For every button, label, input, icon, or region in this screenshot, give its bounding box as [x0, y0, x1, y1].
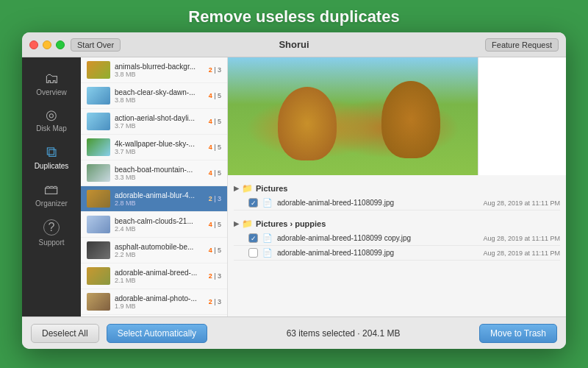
collapse-triangle-icon: ▶	[234, 185, 239, 192]
file-size: 2.2 MB	[115, 251, 204, 258]
sidebar-label-overview: Overview	[36, 88, 67, 96]
sidebar-item-overview[interactable]: 🗂 Overview	[22, 65, 81, 102]
group-list: ▶ 📁 Pictures 📄 adorable-animal-breed-110…	[228, 175, 566, 316]
sidebar-label-diskmap: Disk Map	[36, 124, 67, 132]
group-item[interactable]: 📄 adorable-animal-breed-1108099 copy.jpg…	[234, 231, 560, 246]
group-title: Pictures › puppies	[256, 219, 326, 228]
file-list: animals-blurred-backgr... 3.8 MB 2 | 3 b…	[81, 57, 228, 316]
group-title: Pictures	[256, 184, 287, 193]
detail-area: ▶ 📁 Pictures 📄 adorable-animal-breed-110…	[228, 57, 566, 316]
file-info: adorable-animal-photo-... 1.9 MB	[115, 294, 204, 310]
close-button[interactable]	[29, 40, 38, 49]
file-info: adorable-animal-blur-4... 2.8 MB	[115, 191, 204, 207]
app-window: Start Over Shorui Feature Request 🗂 Over…	[22, 32, 566, 349]
sidebar-item-organizer[interactable]: 🗃 Organizer	[22, 176, 81, 213]
file-badge: 4 | 5	[209, 118, 221, 125]
file-name: animals-blurred-backgr...	[115, 63, 204, 71]
select-automatically-button[interactable]: Select Automatically	[107, 324, 207, 343]
sidebar-label-organizer: Organizer	[35, 199, 68, 208]
file-name: asphalt-automobile-be...	[115, 243, 204, 251]
overview-icon: 🗂	[44, 71, 59, 85]
file-name: beach-clear-sky-dawn-...	[115, 88, 204, 96]
sidebar-item-duplicates[interactable]: ⧉ Duplicates	[22, 138, 81, 176]
file-thumbnail	[87, 61, 110, 79]
file-thumbnail	[87, 138, 110, 156]
preview-blank-image	[478, 57, 566, 175]
group-date: Aug 28, 2019 at 11:11 PM	[483, 235, 560, 242]
file-name: adorable-animal-breed-...	[115, 269, 204, 277]
file-list-item[interactable]: beach-calm-clouds-21... 2.4 MB 4 | 5	[81, 212, 227, 238]
deselect-all-button[interactable]: Deselect All	[31, 324, 99, 343]
sidebar: 🗂 Overview ◎ Disk Map ⧉ Duplicates 🗃 Org…	[22, 57, 81, 316]
file-list-item[interactable]: adorable-animal-photo-... 1.9 MB 2 | 3	[81, 289, 227, 315]
file-info: asphalt-automobile-be... 2.2 MB	[115, 243, 204, 258]
group-filename: adorable-animal-breed-1108099 copy.jpg	[277, 234, 478, 242]
minimize-button[interactable]	[43, 40, 51, 49]
file-badge: 4 | 5	[209, 144, 221, 151]
organizer-icon: 🗃	[44, 182, 59, 197]
file-badge: 4 | 5	[209, 169, 221, 177]
group-section: ▶ 📁 Pictures 📄 adorable-animal-breed-110…	[234, 181, 560, 210]
file-list-item[interactable]: beach-clear-sky-dawn-... 3.8 MB 4 | 5	[81, 83, 227, 109]
group-header[interactable]: ▶ 📁 Pictures	[234, 181, 560, 196]
file-list-item[interactable]: beach-boat-mountain-... 3.3 MB 4 | 5	[81, 160, 227, 186]
file-size: 2.4 MB	[115, 225, 204, 233]
file-name: adorable-animal-photo-...	[115, 294, 204, 302]
file-info: beach-clear-sky-dawn-... 3.8 MB	[115, 88, 204, 104]
file-thumbnail	[87, 293, 110, 311]
group-checkbox[interactable]	[248, 198, 258, 208]
file-thumbnail	[87, 190, 110, 208]
folder-icon: 📁	[242, 219, 253, 229]
start-over-button[interactable]: Start Over	[71, 38, 121, 52]
file-list-item[interactable]: adorable-animal-breed-... 2.1 MB 2 | 3	[81, 263, 227, 289]
file-size: 3.7 MB	[115, 148, 204, 155]
file-size: 3.3 MB	[115, 174, 204, 181]
group-header[interactable]: ▶ 📁 Pictures › puppies	[234, 216, 560, 231]
file-name: adorable-animal-blur-4...	[115, 191, 204, 199]
file-size: 3.7 MB	[115, 122, 204, 130]
sidebar-item-diskmap[interactable]: ◎ Disk Map	[22, 102, 81, 138]
group-date: Aug 28, 2019 at 11:11 PM	[483, 199, 560, 207]
file-thumbnail	[87, 241, 110, 259]
feature-request-button[interactable]: Feature Request	[485, 38, 559, 52]
bottom-bar: Deselect All Select Automatically 63 ite…	[22, 316, 566, 349]
folder-icon: 📁	[242, 183, 253, 194]
file-size: 3.8 MB	[115, 96, 204, 104]
window-title: Shorui	[279, 39, 309, 50]
title-bar: Start Over Shorui Feature Request	[22, 32, 566, 57]
file-name: beach-boat-mountain-...	[115, 166, 204, 174]
group-section: ▶ 📁 Pictures › puppies 📄 adorable-animal…	[234, 216, 560, 261]
duplicates-icon: ⧉	[46, 144, 57, 159]
file-list-item[interactable]: animals-blurred-backgr... 3.8 MB 2 | 3	[81, 57, 227, 83]
page-title: Remove useless duplicates	[188, 0, 399, 32]
maximize-button[interactable]	[56, 40, 65, 49]
file-badge: 4 | 5	[209, 92, 221, 99]
file-size: 3.8 MB	[115, 71, 204, 78]
document-icon: 📄	[262, 248, 273, 258]
file-info: 4k-wallpaper-blue-sky-... 3.7 MB	[115, 140, 204, 155]
group-item[interactable]: 📄 adorable-animal-breed-1108099.jpg Aug …	[234, 246, 560, 261]
file-thumbnail	[87, 216, 110, 233]
file-badge: 4 | 5	[209, 247, 221, 254]
group-checkbox[interactable]	[248, 233, 258, 243]
diskmap-icon: ◎	[46, 108, 57, 121]
file-thumbnail	[87, 113, 110, 130]
group-item[interactable]: 📄 adorable-animal-breed-1108099.jpg Aug …	[234, 196, 560, 210]
file-list-item[interactable]: 4k-wallpaper-blue-sky-... 3.7 MB 4 | 5	[81, 135, 227, 160]
file-name: 4k-wallpaper-blue-sky-...	[115, 140, 204, 148]
move-to-trash-button[interactable]: Move to Trash	[479, 324, 557, 343]
file-info: adorable-animal-breed-... 2.1 MB	[115, 269, 204, 284]
file-thumbnail	[87, 164, 110, 182]
file-list-item[interactable]: action-aerial-shot-dayli... 3.7 MB 4 | 5	[81, 109, 227, 135]
file-list-item[interactable]: asphalt-automobile-be... 2.2 MB 4 | 5	[81, 238, 227, 263]
group-checkbox[interactable]	[248, 248, 258, 258]
file-list-item[interactable]: adorable-animal-blur-4... 2.8 MB 2 | 3	[81, 186, 227, 212]
file-info: action-aerial-shot-dayli... 3.7 MB	[115, 114, 204, 130]
main-content: 🗂 Overview ◎ Disk Map ⧉ Duplicates 🗃 Org…	[22, 57, 566, 316]
file-thumbnail	[87, 267, 110, 285]
file-badge: 2 | 3	[209, 195, 221, 202]
status-text: 63 items selected · 204.1 MB	[215, 328, 472, 339]
sidebar-item-support[interactable]: ? Support	[22, 213, 81, 252]
file-name: action-aerial-shot-dayli...	[115, 114, 204, 122]
file-badge: 2 | 3	[209, 298, 221, 305]
